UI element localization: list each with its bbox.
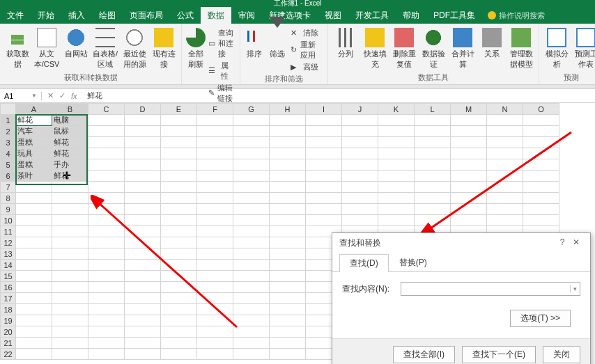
cell[interactable] (415, 204, 451, 215)
cell[interactable] (197, 193, 233, 204)
cell[interactable] (451, 137, 487, 148)
cell[interactable] (523, 126, 559, 137)
cell[interactable] (233, 226, 270, 237)
cell[interactable] (233, 204, 270, 215)
cell[interactable] (88, 326, 125, 338)
cell[interactable] (52, 338, 88, 349)
cell[interactable] (197, 204, 233, 215)
cell[interactable] (125, 215, 161, 226)
find-replace-dialog[interactable]: 查找和替换 ? ✕ 查找(D) 替换(P) 查找内容(N): ▾ 选项(T) >… (332, 232, 591, 364)
cell[interactable] (306, 171, 342, 182)
col-header[interactable]: I (306, 104, 342, 115)
cell[interactable] (270, 237, 306, 248)
data-validation-button[interactable]: 数据验证 (420, 25, 447, 70)
sort-button[interactable]: 排序 (245, 25, 265, 59)
col-header[interactable]: D (125, 104, 161, 115)
cell[interactable] (306, 215, 342, 226)
tell-me-search[interactable]: 操作说明搜索 (488, 10, 545, 21)
cell[interactable] (197, 159, 233, 171)
cell[interactable] (306, 148, 342, 159)
cell[interactable] (523, 148, 559, 159)
cell[interactable] (270, 137, 306, 148)
cell[interactable]: 鲜花 (52, 171, 88, 182)
cell[interactable] (88, 271, 125, 282)
forecast-sheet-button[interactable]: 预测工作表 (573, 25, 595, 70)
cancel-icon[interactable]: ✕ (47, 91, 54, 100)
row-header[interactable]: 13 (1, 248, 16, 260)
cell[interactable] (88, 204, 125, 215)
col-header[interactable]: L (415, 104, 451, 115)
find-all-button[interactable]: 查找全部(I) (393, 346, 455, 363)
cell[interactable]: 鲜花 (16, 115, 52, 126)
cell[interactable] (125, 338, 161, 349)
cell[interactable] (52, 315, 88, 326)
cell[interactable] (88, 159, 125, 171)
row-header[interactable]: 6 (1, 171, 16, 182)
relationships-button[interactable]: 关系 (479, 25, 505, 59)
find-next-button[interactable]: 查找下一个(E) (462, 346, 536, 363)
formula-input[interactable]: 鲜花 (83, 90, 595, 101)
row-header[interactable]: 8 (1, 193, 16, 204)
cell[interactable] (342, 115, 378, 126)
cell[interactable] (16, 326, 52, 338)
col-header[interactable]: O (523, 104, 559, 115)
cell[interactable] (306, 115, 342, 126)
cell[interactable] (523, 159, 559, 171)
cell[interactable] (487, 182, 523, 193)
cell[interactable] (16, 338, 52, 349)
cell[interactable] (197, 148, 233, 159)
cell[interactable] (233, 248, 270, 260)
cell[interactable] (306, 159, 342, 171)
cell[interactable] (378, 193, 415, 204)
cell[interactable] (197, 271, 233, 282)
cell[interactable] (378, 204, 415, 215)
cell[interactable] (270, 293, 306, 304)
cell[interactable] (451, 182, 487, 193)
cell[interactable] (161, 237, 197, 248)
cell[interactable] (233, 159, 270, 171)
row-header[interactable]: 1 (1, 115, 16, 126)
remove-duplicates-button[interactable]: 删除重复值 (391, 25, 417, 70)
cell[interactable]: 汽车 (16, 126, 52, 137)
tab-dev[interactable]: 开发工具 (348, 7, 396, 24)
cell[interactable] (161, 349, 197, 360)
cell[interactable] (125, 248, 161, 260)
cell[interactable] (233, 260, 270, 271)
row-header[interactable]: 2 (1, 126, 16, 137)
tab-home[interactable]: 开始 (31, 7, 61, 24)
cell[interactable] (197, 237, 233, 248)
recent-sources-button[interactable]: 最近使用的源 (121, 25, 148, 70)
cell[interactable]: 电脑 (52, 115, 88, 126)
cell[interactable] (52, 215, 88, 226)
cell[interactable] (233, 182, 270, 193)
cell[interactable] (88, 226, 125, 237)
filter-button[interactable]: 筛选 (268, 25, 288, 59)
cell[interactable] (270, 326, 306, 338)
cell[interactable] (233, 137, 270, 148)
cell[interactable] (52, 248, 88, 260)
cell[interactable] (378, 171, 415, 182)
cell[interactable] (197, 315, 233, 326)
cell[interactable] (342, 126, 378, 137)
cell[interactable] (270, 271, 306, 282)
tab-draw[interactable]: 绘图 (92, 7, 123, 24)
cell[interactable] (306, 182, 342, 193)
cell[interactable] (125, 137, 161, 148)
cell[interactable]: 茶叶 (16, 171, 52, 182)
queries-connections-button[interactable]: ▭查询和连接 (208, 28, 235, 59)
cell[interactable] (378, 115, 415, 126)
cell[interactable] (16, 226, 52, 237)
cell[interactable] (197, 349, 233, 360)
row-header[interactable]: 4 (1, 148, 16, 159)
cell[interactable] (342, 159, 378, 171)
tab-review[interactable]: 审阅 (231, 7, 262, 24)
cell[interactable]: 蛋糕 (16, 159, 52, 171)
cell[interactable] (161, 182, 197, 193)
cell[interactable] (378, 215, 415, 226)
cell[interactable] (342, 193, 378, 204)
cell[interactable] (415, 171, 451, 182)
row-header[interactable]: 3 (1, 137, 16, 148)
cell[interactable] (233, 304, 270, 315)
cell[interactable] (16, 237, 52, 248)
cell[interactable] (197, 126, 233, 137)
